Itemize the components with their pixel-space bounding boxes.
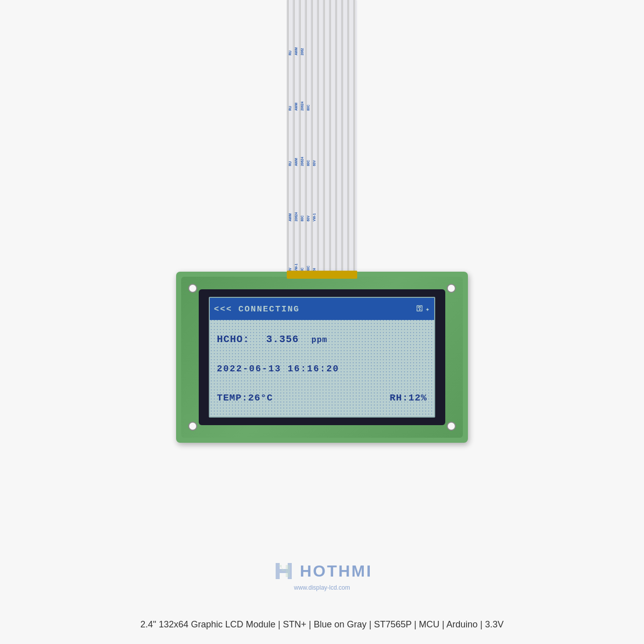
svg-text:AWM: AWM	[294, 158, 298, 166]
svg-text:20624: 20624	[294, 212, 298, 221]
ribbon-cable-area: AWM 0V VW-1 0C 80C 24 AWM 20624 80C 60V	[277, 0, 367, 287]
svg-text:2062: 2062	[300, 48, 304, 55]
pcb-module: <<< CONNECTING ⚿ ✦ HCHO: 3.356 ppm	[176, 272, 468, 443]
hothmi-url: www.display-lcd.com	[294, 584, 350, 591]
svg-rect-5	[293, 0, 294, 282]
svg-text:80C: 80C	[306, 160, 310, 166]
svg-rect-2	[287, 0, 357, 282]
product-description: 2.4" 132x64 Graphic LCD Module | STN+ | …	[0, 619, 644, 630]
mounting-hole-tl	[188, 284, 197, 293]
mounting-hole-bl	[188, 422, 197, 431]
svg-rect-10	[323, 0, 324, 282]
main-container: AWM 0V VW-1 0C 80C 24 AWM 20624 80C 60V	[0, 0, 644, 644]
svg-text:AWM: AWM	[288, 213, 292, 221]
svg-text:60V: 60V	[312, 160, 316, 166]
svg-rect-6	[299, 0, 300, 282]
svg-rect-8	[311, 0, 312, 282]
mounting-hole-tr	[447, 284, 456, 293]
svg-rect-12	[335, 0, 336, 282]
lcd-dot-pattern	[210, 298, 434, 417]
lcd-bezel: <<< CONNECTING ⚿ ✦ HCHO: 3.356 ppm	[199, 289, 445, 425]
svg-rect-4	[287, 0, 288, 282]
pcb-inner: <<< CONNECTING ⚿ ✦ HCHO: 3.356 ppm	[181, 277, 463, 438]
svg-text:60V: 60V	[306, 215, 310, 221]
svg-rect-15	[353, 0, 354, 282]
ribbon-cable-svg: AWM 0V VW-1 0C 80C 24 AWM 20624 80C 60V	[277, 0, 367, 287]
svg-text:RU: RU	[288, 161, 292, 166]
logo-container: HOTHMI	[272, 559, 372, 583]
svg-text:RU: RU	[288, 106, 292, 111]
svg-text:80C: 80C	[300, 215, 304, 221]
svg-text:AWM: AWM	[294, 103, 298, 111]
lcd-screen: <<< CONNECTING ⚿ ✦ HCHO: 3.356 ppm	[209, 297, 435, 418]
watermark-logo: HOTHMI www.display-lcd.com	[272, 559, 372, 591]
svg-rect-13	[341, 0, 342, 282]
hothmi-brand-text: HOTHMI	[300, 562, 372, 581]
fpc-connector	[287, 271, 357, 279]
hothmi-logo-icon	[272, 559, 296, 583]
svg-text:20624: 20624	[300, 157, 304, 166]
svg-text:RU: RU	[288, 50, 292, 55]
mounting-hole-br	[447, 422, 456, 431]
svg-text:VW-1: VW-1	[312, 213, 316, 221]
svg-text:20624: 20624	[300, 102, 304, 111]
svg-rect-9	[317, 0, 318, 282]
svg-rect-14	[347, 0, 348, 282]
svg-rect-11	[329, 0, 330, 282]
svg-text:AWM: AWM	[294, 47, 298, 55]
svg-rect-7	[305, 0, 306, 282]
svg-text:80C: 80C	[306, 105, 310, 111]
